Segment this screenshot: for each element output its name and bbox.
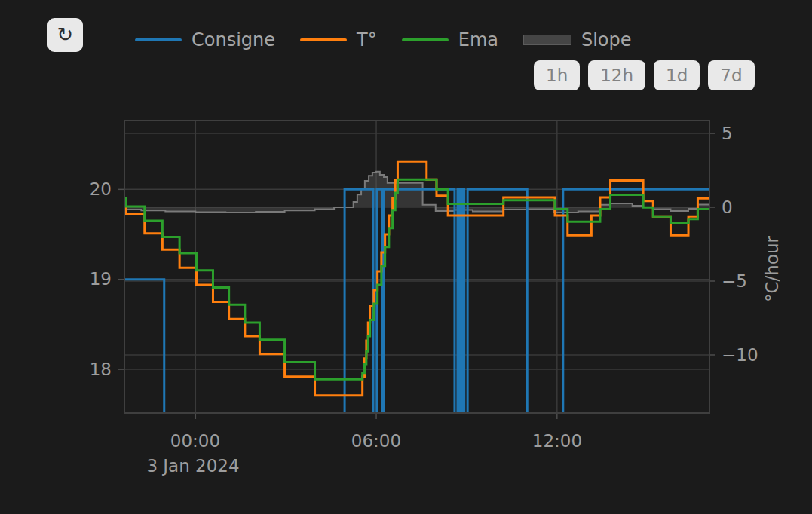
y-left-tick-label: 20 [78,179,112,200]
y-right-tick-label: −5 [722,271,747,292]
y-right-axis-title: °C/hour [761,209,781,329]
y-right-tick-label: 0 [722,197,733,218]
y-right-tick-label: −10 [722,344,758,366]
x-tick-label: 06:00 [331,430,421,451]
series-consigne-line[interactable] [124,189,709,459]
series-slope-area[interactable] [124,172,709,213]
x-tick-label: 00:00 [150,430,241,451]
y-right-tick-label: 5 [722,123,733,144]
x-tick-label: 12:00 [512,430,602,451]
x-axis-date-label: 3 Jan 2024 [118,455,268,476]
grid-layer [124,121,709,413]
chart-card: ↻ Consigne T° Ema Slope 1h 12h 1d 7d [0,0,812,514]
y-left-tick-label: 18 [78,359,112,380]
y-left-tick-label: 19 [78,268,112,289]
series-layer [124,161,709,459]
